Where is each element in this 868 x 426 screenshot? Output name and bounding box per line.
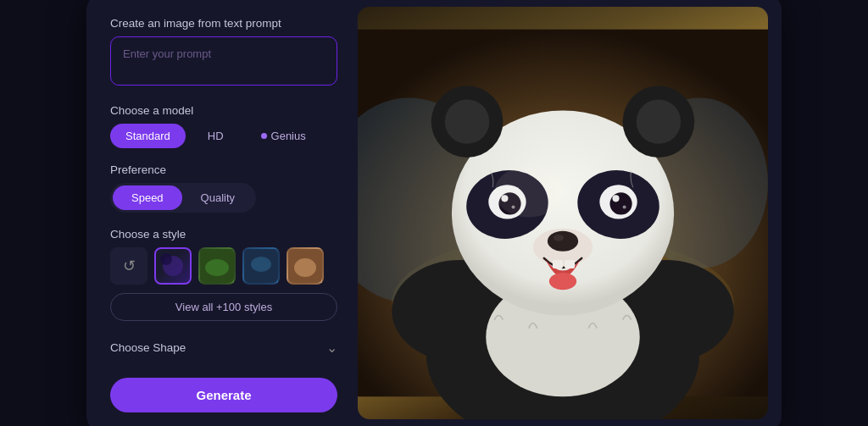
- page-title-section: Create an image from text prompt: [110, 17, 337, 89]
- generated-image: [358, 7, 768, 419]
- view-all-styles-button[interactable]: View all +100 styles: [110, 293, 337, 321]
- svg-point-19: [445, 99, 489, 143]
- svg-point-5: [251, 257, 271, 272]
- svg-point-32: [548, 231, 578, 252]
- style-thumbnails: ↺: [110, 247, 337, 285]
- chevron-down-icon: ⌄: [326, 340, 337, 356]
- style-reset-button[interactable]: ↺: [110, 247, 147, 285]
- right-panel: [358, 0, 782, 426]
- svg-rect-35: [565, 260, 575, 268]
- preference-section: Preference Speed Quality: [110, 163, 337, 213]
- shape-label: Choose Shape: [110, 341, 186, 354]
- model-hd-button[interactable]: HD: [192, 124, 239, 148]
- page-title: Create an image from text prompt: [110, 17, 337, 30]
- preference-label: Preference: [110, 163, 337, 176]
- svg-point-28: [612, 195, 619, 202]
- panda-illustration: [358, 7, 768, 419]
- svg-point-33: [554, 235, 564, 241]
- model-standard-button[interactable]: Standard: [110, 124, 186, 148]
- svg-rect-34: [553, 260, 563, 268]
- preference-toggle: Speed Quality: [110, 183, 256, 213]
- prompt-input[interactable]: [110, 36, 337, 86]
- preference-speed-button[interactable]: Speed: [113, 185, 182, 210]
- style-label: Choose a style: [110, 228, 337, 241]
- main-card: Create an image from text prompt Choose …: [86, 0, 782, 426]
- svg-point-7: [294, 258, 316, 277]
- style-thumb-3[interactable]: [242, 247, 280, 285]
- generate-button[interactable]: Generate: [110, 378, 337, 412]
- svg-point-36: [549, 273, 576, 290]
- svg-point-37: [494, 166, 563, 218]
- svg-point-20: [637, 99, 681, 143]
- style-section: Choose a style ↺ View all +100 styles: [110, 228, 337, 321]
- model-section: Choose a model Standard HD Genius: [110, 104, 337, 148]
- genius-dot-icon: [261, 133, 267, 139]
- model-genius-button[interactable]: Genius: [246, 124, 321, 148]
- svg-point-26: [609, 192, 632, 214]
- preference-quality-button[interactable]: Quality: [182, 185, 253, 210]
- svg-point-1: [160, 253, 172, 265]
- svg-point-30: [623, 205, 626, 208]
- style-thumb-2[interactable]: [198, 247, 236, 285]
- left-panel: Create an image from text prompt Choose …: [86, 0, 358, 426]
- svg-point-3: [205, 259, 229, 276]
- style-thumb-4[interactable]: [287, 247, 324, 285]
- model-buttons: Standard HD Genius: [110, 124, 337, 148]
- model-label: Choose a model: [110, 104, 337, 117]
- shape-section[interactable]: Choose Shape ⌄: [110, 336, 337, 359]
- style-thumb-1[interactable]: [154, 247, 192, 285]
